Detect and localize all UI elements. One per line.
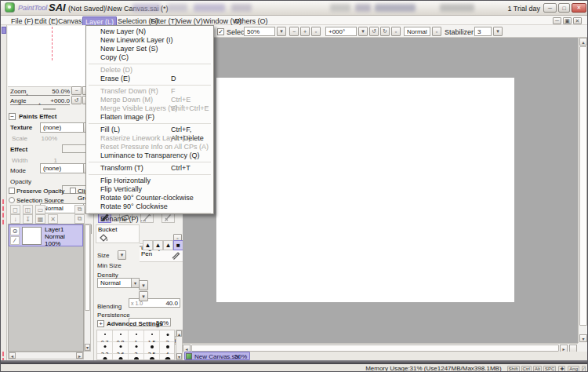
- layer-list-hscrollbar[interactable]: ◂ ▸: [8, 352, 84, 359]
- layer-paint-mode-icon[interactable]: ∕: [10, 236, 20, 245]
- brush-tip-shape-1[interactable]: ▲: [153, 240, 163, 250]
- layer-action-merge-down-icon[interactable]: ↧: [23, 214, 33, 224]
- layer-action-paste-layer-icon[interactable]: ⧉: [74, 205, 85, 214]
- selection-checkbox[interactable]: ✓: [217, 28, 224, 35]
- layer-list[interactable]: ⊙ ∕ Layer1 Normal 100%: [8, 224, 84, 352]
- advanced-settings-expand-button[interactable]: +: [97, 320, 104, 327]
- rotate-cw-button[interactable]: ↻: [380, 27, 390, 36]
- layer-menu-item-luminance-to-transparency-q[interactable]: Luminance to Transparency (Q): [86, 151, 213, 160]
- document-tab[interactable]: New Canvas.sai 50%: [184, 352, 250, 360]
- effect-dropdown[interactable]: (none) ▾: [40, 163, 92, 173]
- stabilizer-combo[interactable]: 3: [474, 27, 492, 36]
- brush-size-preset-1[interactable]: 1: [129, 330, 144, 342]
- layer-menu-item-rotate-90-clockwise[interactable]: Rotate 90° Clockwise: [86, 202, 213, 211]
- brush-texture-dropdown-arrow-icon[interactable]: ▾: [139, 291, 148, 301]
- brush-size-preset-2.3[interactable]: 2.3: [97, 342, 113, 354]
- layer-action-transfer-down-icon[interactable]: ↓: [10, 214, 20, 224]
- layer-visibility-eye-icon[interactable]: ⊙: [10, 227, 20, 235]
- brush-size-preset-4[interactable]: 4: [160, 342, 175, 354]
- rotate-ccw-button[interactable]: ↺: [369, 27, 379, 36]
- brush-size-preset-row3-0[interactable]: [97, 354, 113, 360]
- preset-scroll-down-icon[interactable]: ▾: [176, 353, 182, 359]
- layer-menu-item-transform-t[interactable]: Transform (T)Ctrl+T: [86, 164, 213, 173]
- brush-tip-shape-2[interactable]: ▲: [163, 240, 173, 250]
- title-bar[interactable]: PaintTool SAI (Not Saved)\New Canvas.sai…: [1, 1, 588, 16]
- mdi-restore-button[interactable]: ▣: [563, 17, 572, 24]
- angle-slider-marker[interactable]: ▴: [38, 100, 41, 106]
- panel-toggle-handle[interactable]: [2, 27, 6, 34]
- layer-list-vscrollbar[interactable]: ▾: [84, 224, 91, 352]
- layer-list-scroll-left-icon[interactable]: ◂: [9, 352, 16, 359]
- layer-menu-item-copy-c[interactable]: Copy (C): [86, 53, 213, 62]
- canvas-scroll-down-icon[interactable]: ▾: [579, 334, 587, 342]
- mdi-close-button[interactable]: ✕: [573, 17, 582, 24]
- navigator-preview[interactable]: [8, 26, 93, 87]
- zoom-in-button[interactable]: +: [300, 27, 310, 36]
- zoom-dropdown-arrow-icon[interactable]: ▾: [277, 27, 286, 36]
- layer-list-scroll-down-icon[interactable]: ▾: [85, 344, 90, 351]
- zoom-reset-button[interactable]: ▫: [311, 27, 321, 36]
- canvas-workspace[interactable]: [183, 38, 578, 343]
- layer-menu-item-erase-e[interactable]: Erase (E)D: [86, 75, 213, 83]
- angle-combo[interactable]: +000°: [325, 27, 357, 36]
- brush-size-preset-2[interactable]: 2: [160, 330, 175, 342]
- zoom-slider-marker[interactable]: ▴: [26, 91, 28, 97]
- layer-menu-item-new-layer-set-s[interactable]: New Layer Set (S): [86, 45, 213, 53]
- layer-menu-item-rotate-90-counter-clockwise[interactable]: Rotate 90° Counter-clockwise: [86, 194, 213, 202]
- zoom-combo[interactable]: 50%: [244, 27, 275, 36]
- minimize-button[interactable]: ─: [543, 3, 557, 13]
- layer-action-new-layer-set-icon[interactable]: ▭: [35, 205, 45, 214]
- layer-action-copy-layer-icon[interactable]: ⧉: [74, 214, 85, 224]
- layer-menu-item-flip-horizontally[interactable]: Flip Horizontally: [86, 177, 213, 185]
- brush-size-preset-row3-4[interactable]: [160, 354, 175, 360]
- brush-size-preset-3.5[interactable]: 3.5: [144, 342, 160, 354]
- layer-menu-item-new-layer-n[interactable]: New Layer (N): [86, 27, 213, 36]
- brush-tip-shape-3[interactable]: ■: [173, 240, 183, 250]
- stabilizer-dropdown-arrow-icon[interactable]: ▾: [493, 27, 503, 36]
- mdi-minimize-button[interactable]: ─: [553, 17, 561, 24]
- layer-row-selected[interactable]: ⊙ ∕ Layer1 Normal 100%: [9, 224, 83, 246]
- layer-action-delete-layer-icon[interactable]: ✕: [48, 214, 58, 224]
- selection-source-radio[interactable]: [9, 197, 15, 203]
- brush-size-preset-row3-2[interactable]: [129, 354, 144, 360]
- brush-size-preset-3[interactable]: 3: [129, 342, 144, 354]
- preserve-opacity-checkbox[interactable]: [9, 188, 15, 194]
- brush-tip-shape-0[interactable]: ▲: [143, 240, 153, 250]
- brush-size-preset-0.7[interactable]: 0.7: [97, 330, 113, 342]
- canvas-scroll-up-icon[interactable]: ▴: [579, 38, 587, 46]
- maximize-button[interactable]: □: [558, 3, 570, 13]
- panel-resize-grip[interactable]: [43, 108, 56, 110]
- brush-size-preset-row3-3[interactable]: [144, 354, 160, 360]
- brush-mode-dropdown-arrow-icon[interactable]: ▾: [131, 279, 139, 287]
- navigator-zoom-out-button[interactable]: −: [71, 86, 82, 95]
- brush-size-preset-0.8[interactable]: 0.8: [113, 330, 129, 342]
- navigator-angle-slider[interactable]: Angle +000.0 ▴: [10, 97, 70, 105]
- close-button[interactable]: ✕: [572, 3, 586, 13]
- clipping-group-checkbox[interactable]: [70, 188, 76, 194]
- angle-dropdown-arrow-icon[interactable]: ▾: [358, 27, 368, 36]
- texture-dropdown[interactable]: (none) ▾: [40, 122, 92, 133]
- brush-size-preset-row3-1[interactable]: [113, 354, 129, 360]
- layer-thumbnail[interactable]: [22, 227, 42, 245]
- tool-cell-bucket[interactable]: Bucket: [96, 224, 140, 243]
- layer-menu-item-fill-l[interactable]: Fill (L)Ctrl+F, Alt+Delete: [86, 126, 213, 134]
- brush-size-preset-1.5[interactable]: 1.5: [144, 330, 160, 342]
- navigator-zoom-slider[interactable]: Zoom 50.0% ▴: [10, 87, 70, 96]
- preset-scroll-up-icon[interactable]: ▴: [176, 330, 182, 337]
- brush-mode-dropdown[interactable]: Normal ▾: [97, 278, 140, 288]
- paints-effect-collapse-button[interactable]: −: [9, 113, 16, 120]
- zoom-out-button[interactable]: −: [289, 27, 299, 36]
- layer-action-clear-layer-icon[interactable]: ▦: [35, 214, 45, 224]
- canvas-vscrollbar[interactable]: ▴ ▾: [578, 38, 586, 343]
- brush-size-unit-button[interactable]: ▾: [118, 250, 126, 260]
- panel-edge-strip[interactable]: [1, 25, 7, 360]
- brush-shape-dropdown-arrow-icon[interactable]: ▾: [139, 280, 148, 290]
- layer-menu-item-flatten-image-f[interactable]: Flatten Image (F): [86, 113, 213, 122]
- navigator-rotate-ccw-button[interactable]: ↺: [71, 96, 82, 104]
- layer-menu-item-new-linework-layer-i[interactable]: New Linework Layer (I): [86, 36, 213, 45]
- layer-menu-item-flip-vertically[interactable]: Flip Vertically: [86, 185, 213, 194]
- layer-action-new-layer-icon[interactable]: ◻: [10, 205, 20, 214]
- layer-list-scroll-right-icon[interactable]: ▸: [76, 352, 83, 359]
- view-mode-box[interactable]: Normal: [404, 27, 430, 36]
- view-mode-button[interactable]: ▫: [432, 27, 441, 36]
